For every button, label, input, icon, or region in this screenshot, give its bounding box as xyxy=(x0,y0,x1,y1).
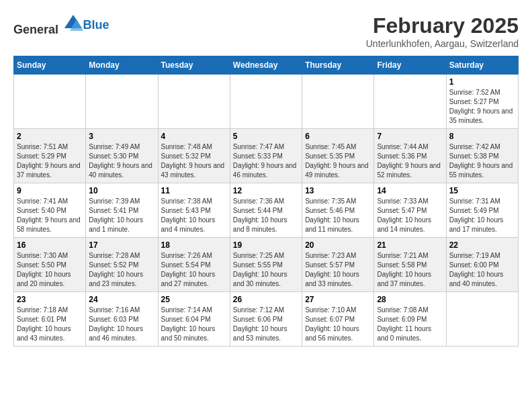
calendar-cell: 19Sunrise: 7:25 AM Sunset: 5:55 PM Dayli… xyxy=(230,238,302,292)
week-row-1: 1Sunrise: 7:52 AM Sunset: 5:27 PM Daylig… xyxy=(14,75,519,129)
day-number: 17 xyxy=(89,240,154,250)
calendar-cell: 5Sunrise: 7:47 AM Sunset: 5:33 PM Daylig… xyxy=(230,129,302,183)
day-number: 20 xyxy=(305,240,371,250)
weekday-header-tuesday: Tuesday xyxy=(158,56,230,75)
day-info: Sunrise: 7:49 AM Sunset: 5:30 PM Dayligh… xyxy=(89,142,154,180)
weekday-header-monday: Monday xyxy=(86,56,158,75)
day-info: Sunrise: 7:52 AM Sunset: 5:27 PM Dayligh… xyxy=(449,88,515,126)
logo-icon xyxy=(63,13,83,34)
calendar-cell: 3Sunrise: 7:49 AM Sunset: 5:30 PM Daylig… xyxy=(86,129,158,183)
day-number: 19 xyxy=(233,240,299,250)
title-block: February 2025 Unterlunkhofen, Aargau, Sw… xyxy=(366,13,519,49)
day-info: Sunrise: 7:10 AM Sunset: 6:07 PM Dayligh… xyxy=(305,306,371,343)
day-info: Sunrise: 7:21 AM Sunset: 5:58 PM Dayligh… xyxy=(377,251,443,289)
day-number: 10 xyxy=(89,186,154,195)
calendar-cell: 9Sunrise: 7:41 AM Sunset: 5:40 PM Daylig… xyxy=(14,183,86,238)
calendar-cell: 24Sunrise: 7:16 AM Sunset: 6:03 PM Dayli… xyxy=(86,292,158,347)
day-info: Sunrise: 7:08 AM Sunset: 6:09 PM Dayligh… xyxy=(377,306,443,343)
day-number: 1 xyxy=(449,77,515,87)
calendar-cell xyxy=(158,75,230,129)
calendar-cell: 10Sunrise: 7:39 AM Sunset: 5:41 PM Dayli… xyxy=(86,183,158,238)
day-info: Sunrise: 7:19 AM Sunset: 6:00 PM Dayligh… xyxy=(449,251,515,289)
day-number: 5 xyxy=(233,132,299,141)
week-row-3: 9Sunrise: 7:41 AM Sunset: 5:40 PM Daylig… xyxy=(14,183,519,238)
week-row-4: 16Sunrise: 7:30 AM Sunset: 5:50 PM Dayli… xyxy=(14,238,519,292)
day-info: Sunrise: 7:35 AM Sunset: 5:46 PM Dayligh… xyxy=(305,197,371,234)
day-number: 7 xyxy=(377,132,443,141)
logo-blue: Blue xyxy=(83,18,109,32)
calendar-cell xyxy=(446,292,518,347)
calendar-cell: 22Sunrise: 7:19 AM Sunset: 6:00 PM Dayli… xyxy=(446,238,518,292)
day-info: Sunrise: 7:41 AM Sunset: 5:40 PM Dayligh… xyxy=(17,197,83,234)
day-info: Sunrise: 7:51 AM Sunset: 5:29 PM Dayligh… xyxy=(17,142,83,180)
day-info: Sunrise: 7:18 AM Sunset: 6:01 PM Dayligh… xyxy=(17,306,83,343)
day-info: Sunrise: 7:23 AM Sunset: 5:57 PM Dayligh… xyxy=(305,251,371,289)
day-number: 16 xyxy=(17,240,83,250)
day-info: Sunrise: 7:14 AM Sunset: 6:04 PM Dayligh… xyxy=(161,306,227,343)
day-number: 22 xyxy=(449,240,515,250)
day-info: Sunrise: 7:12 AM Sunset: 6:06 PM Dayligh… xyxy=(233,306,299,343)
calendar-cell: 20Sunrise: 7:23 AM Sunset: 5:57 PM Dayli… xyxy=(302,238,374,292)
weekday-header-saturday: Saturday xyxy=(446,56,518,75)
calendar-cell: 18Sunrise: 7:26 AM Sunset: 5:54 PM Dayli… xyxy=(158,238,230,292)
day-info: Sunrise: 7:42 AM Sunset: 5:38 PM Dayligh… xyxy=(449,142,515,180)
logo-general: General xyxy=(13,23,58,36)
day-info: Sunrise: 7:38 AM Sunset: 5:43 PM Dayligh… xyxy=(161,197,227,234)
logo: General Blue xyxy=(13,13,109,37)
day-info: Sunrise: 7:16 AM Sunset: 6:03 PM Dayligh… xyxy=(89,306,154,343)
calendar-cell: 7Sunrise: 7:44 AM Sunset: 5:36 PM Daylig… xyxy=(374,129,446,183)
day-info: Sunrise: 7:44 AM Sunset: 5:36 PM Dayligh… xyxy=(377,142,443,180)
weekday-header-thursday: Thursday xyxy=(302,56,374,75)
day-number: 14 xyxy=(377,186,443,195)
calendar-cell: 28Sunrise: 7:08 AM Sunset: 6:09 PM Dayli… xyxy=(374,292,446,347)
day-info: Sunrise: 7:39 AM Sunset: 5:41 PM Dayligh… xyxy=(89,197,154,234)
calendar-cell: 11Sunrise: 7:38 AM Sunset: 5:43 PM Dayli… xyxy=(158,183,230,238)
day-number: 27 xyxy=(305,295,371,304)
day-info: Sunrise: 7:30 AM Sunset: 5:50 PM Dayligh… xyxy=(17,251,83,289)
calendar-cell: 6Sunrise: 7:45 AM Sunset: 5:35 PM Daylig… xyxy=(302,129,374,183)
day-info: Sunrise: 7:47 AM Sunset: 5:33 PM Dayligh… xyxy=(233,142,299,180)
weekday-header-wednesday: Wednesday xyxy=(230,56,302,75)
calendar-cell: 8Sunrise: 7:42 AM Sunset: 5:38 PM Daylig… xyxy=(446,129,518,183)
day-number: 28 xyxy=(377,295,443,304)
calendar-cell: 25Sunrise: 7:14 AM Sunset: 6:04 PM Dayli… xyxy=(158,292,230,347)
day-number: 18 xyxy=(161,240,227,250)
week-row-5: 23Sunrise: 7:18 AM Sunset: 6:01 PM Dayli… xyxy=(14,292,519,347)
day-number: 21 xyxy=(377,240,443,250)
day-number: 3 xyxy=(89,132,154,141)
calendar-cell xyxy=(86,75,158,129)
day-info: Sunrise: 7:26 AM Sunset: 5:54 PM Dayligh… xyxy=(161,251,227,289)
calendar-cell xyxy=(302,75,374,129)
calendar-cell: 12Sunrise: 7:36 AM Sunset: 5:44 PM Dayli… xyxy=(230,183,302,238)
weekday-header-row: SundayMondayTuesdayWednesdayThursdayFrid… xyxy=(14,56,519,75)
calendar-cell: 13Sunrise: 7:35 AM Sunset: 5:46 PM Dayli… xyxy=(302,183,374,238)
day-number: 11 xyxy=(161,186,227,195)
calendar-cell xyxy=(230,75,302,129)
weekday-header-friday: Friday xyxy=(374,56,446,75)
day-info: Sunrise: 7:36 AM Sunset: 5:44 PM Dayligh… xyxy=(233,197,299,234)
day-number: 8 xyxy=(449,132,515,141)
month-title: February 2025 xyxy=(366,13,519,38)
calendar-cell xyxy=(374,75,446,129)
day-number: 25 xyxy=(161,295,227,304)
day-number: 26 xyxy=(233,295,299,304)
day-number: 4 xyxy=(161,132,227,141)
calendar-table: SundayMondayTuesdayWednesdayThursdayFrid… xyxy=(13,56,519,347)
day-number: 24 xyxy=(89,295,154,304)
day-info: Sunrise: 7:31 AM Sunset: 5:49 PM Dayligh… xyxy=(449,197,515,234)
day-info: Sunrise: 7:28 AM Sunset: 5:52 PM Dayligh… xyxy=(89,251,154,289)
day-number: 13 xyxy=(305,186,371,195)
calendar-cell: 27Sunrise: 7:10 AM Sunset: 6:07 PM Dayli… xyxy=(302,292,374,347)
location-title: Unterlunkhofen, Aargau, Switzerland xyxy=(366,38,519,49)
calendar-cell: 16Sunrise: 7:30 AM Sunset: 5:50 PM Dayli… xyxy=(14,238,86,292)
calendar-cell: 4Sunrise: 7:48 AM Sunset: 5:32 PM Daylig… xyxy=(158,129,230,183)
calendar-cell: 2Sunrise: 7:51 AM Sunset: 5:29 PM Daylig… xyxy=(14,129,86,183)
day-number: 23 xyxy=(17,295,83,304)
day-number: 6 xyxy=(305,132,371,141)
day-info: Sunrise: 7:33 AM Sunset: 5:47 PM Dayligh… xyxy=(377,197,443,234)
calendar-cell: 26Sunrise: 7:12 AM Sunset: 6:06 PM Dayli… xyxy=(230,292,302,347)
day-number: 9 xyxy=(17,186,83,195)
page-header: General Blue February 2025 Unterlunkhofe… xyxy=(13,13,519,49)
calendar-cell: 15Sunrise: 7:31 AM Sunset: 5:49 PM Dayli… xyxy=(446,183,518,238)
day-number: 2 xyxy=(17,132,83,141)
